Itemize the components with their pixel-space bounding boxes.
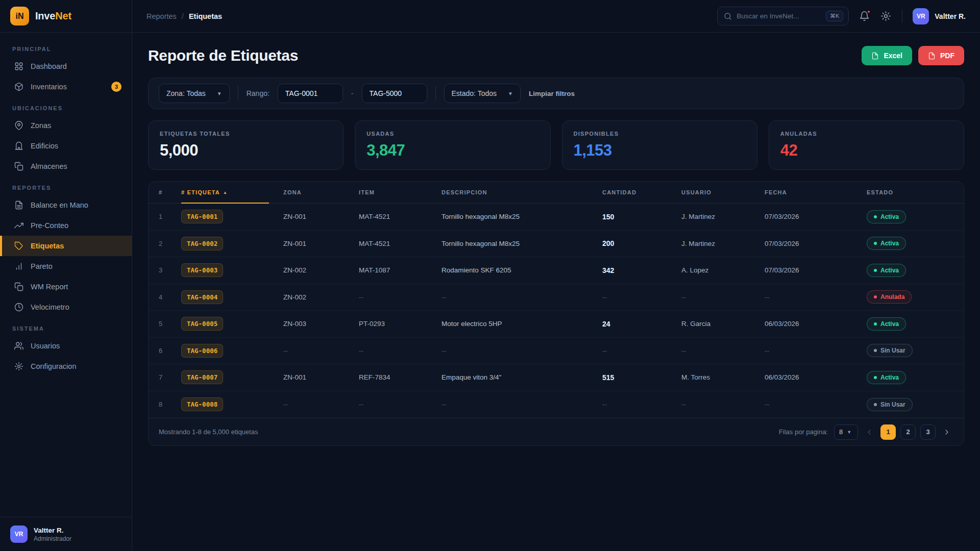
- chevron-right-icon: [943, 428, 951, 436]
- table-header-row: ## ETIQUETA▲ZONAITEMDESCRIPCIONCANTIDADU…: [149, 182, 964, 204]
- sidebar-item-dashboard[interactable]: Dashboard: [0, 56, 132, 77]
- sidebar-item-almacenes[interactable]: Almacenes: [0, 156, 132, 177]
- count-badge: 3: [111, 82, 121, 92]
- sidebar-item-configuracion[interactable]: Configuracion: [0, 356, 132, 377]
- status-dot: [874, 376, 877, 379]
- settings-button[interactable]: [880, 11, 892, 22]
- table-row[interactable]: 8TAG-0008------------Sin Usar: [149, 391, 964, 418]
- column-header-etiqueta[interactable]: # ETIQUETA▲: [181, 182, 283, 203]
- table-row[interactable]: 3TAG-0003ZN-002MAT-1087Rodamiento SKF 62…: [149, 257, 964, 284]
- search-icon: [724, 12, 732, 20]
- status-badge: Sin Usar: [867, 344, 913, 357]
- cell-descripcion: --: [442, 293, 602, 301]
- table-row[interactable]: 6TAG-0006------------Sin Usar: [149, 338, 964, 365]
- stat-label: USADAS: [366, 131, 538, 137]
- pagination-prev-button[interactable]: [863, 424, 876, 440]
- cell-zona: ZN-002: [283, 293, 359, 301]
- clear-filters-link[interactable]: Limpiar filtros: [529, 90, 575, 97]
- table-row[interactable]: 4TAG-0004ZN-002----------Anulada: [149, 284, 964, 311]
- table-row[interactable]: 7TAG-0007ZN-001REF-7834Empaque viton 3/4…: [149, 364, 964, 391]
- sidebar: iN InveNet PRINCIPALDashboardInventarios…: [0, 0, 132, 551]
- excel-export-button[interactable]: Excel: [862, 46, 912, 65]
- sidebar-item-wm-report[interactable]: WM Report: [0, 277, 132, 297]
- rango-label: Rango:: [247, 89, 270, 97]
- sort-asc-icon: ▲: [223, 190, 228, 195]
- chevron-down-icon: ▼: [217, 91, 222, 96]
- sidebar-item-balance-en-mano[interactable]: Balance en Mano: [0, 195, 132, 215]
- pdf-export-button[interactable]: PDF: [918, 46, 964, 65]
- sidebar-item-pareto[interactable]: Pareto: [0, 256, 132, 277]
- sidebar-item-usuarios[interactable]: Usuarios: [0, 336, 132, 356]
- page-button-3[interactable]: 3: [920, 424, 936, 440]
- search-input[interactable]: [737, 12, 821, 20]
- sidebar-item-label: Inventarios: [31, 83, 67, 91]
- sidebar-item-inventarios[interactable]: Inventarios3: [0, 77, 132, 97]
- sidebar-item-label: Pareto: [31, 262, 53, 270]
- breadcrumb: Reportes / Etiquetas: [146, 12, 222, 20]
- status-dot: [874, 269, 877, 272]
- rows-per-page-select[interactable]: 8 ▼: [834, 424, 858, 440]
- cell-usuario: M. Torres: [681, 373, 765, 381]
- column-label: USUARIO: [681, 189, 712, 195]
- pagination-next-button[interactable]: [940, 424, 953, 440]
- column-header-item[interactable]: ITEM: [359, 189, 442, 195]
- sidebar-user-card[interactable]: VR Valtter R. Administrador: [0, 517, 132, 551]
- layers-icon: [14, 282, 23, 291]
- zona-filter-select[interactable]: Zona: Todas ▼: [159, 84, 230, 103]
- page-button-1[interactable]: 1: [880, 424, 896, 440]
- topbar-user-menu[interactable]: VR Valtter R.: [913, 8, 966, 24]
- stat-card: USADAS3,847: [355, 120, 550, 170]
- filter-bar: Zona: Todas ▼ Rango: - Estado: Todos ▼ L…: [148, 78, 964, 109]
- button-label: Excel: [884, 52, 902, 60]
- status-badge: Activa: [867, 264, 906, 277]
- cell-usuario: --: [681, 400, 765, 408]
- cell-fecha: 07/03/2026: [765, 240, 867, 247]
- cell-item: --: [359, 400, 442, 408]
- cell-item: MAT-4521: [359, 240, 442, 247]
- avatar: VR: [10, 525, 28, 543]
- column-header-estado[interactable]: ESTADO: [867, 189, 953, 195]
- file-icon: [871, 52, 879, 60]
- estado-filter-select[interactable]: Estado: Todos ▼: [444, 84, 521, 103]
- nav-section-title: PRINCIPAL: [0, 38, 132, 56]
- column-header-zona[interactable]: ZONA: [283, 189, 359, 195]
- rango-to-input[interactable]: [362, 84, 427, 103]
- sidebar-item-pre-conteo[interactable]: Pre-Conteo: [0, 215, 132, 236]
- status-badge: Activa: [867, 237, 906, 250]
- tag-badge: TAG-0001: [181, 210, 223, 223]
- sidebar-item-etiquetas[interactable]: Etiquetas: [0, 236, 132, 256]
- cell-descripcion: Rodamiento SKF 6205: [442, 266, 602, 274]
- nav-section-title: SISTEMA: [0, 317, 132, 336]
- chevron-down-icon: ▼: [847, 430, 851, 435]
- column-header-descripcion[interactable]: DESCRIPCION: [442, 189, 602, 195]
- filter-divider: [435, 86, 436, 101]
- brand: iN InveNet: [0, 0, 132, 33]
- global-search[interactable]: ⌘K: [717, 7, 849, 26]
- notification-dot: [867, 10, 871, 14]
- column-header-cantidad[interactable]: CANTIDAD: [602, 189, 681, 195]
- page-button-2[interactable]: 2: [900, 424, 916, 440]
- table-row[interactable]: 5TAG-0005ZN-003PT-0293Motor electrico 5H…: [149, 311, 964, 338]
- table-footer: Mostrando 1-8 de 5,000 etiquetas Filas p…: [149, 418, 964, 445]
- rango-from-input[interactable]: [278, 84, 343, 103]
- sidebar-item-zonas[interactable]: Zonas: [0, 115, 132, 136]
- notifications-button[interactable]: [859, 11, 870, 22]
- column-header-usuario[interactable]: USUARIO: [681, 189, 765, 195]
- cell-cantidad: --: [602, 400, 681, 408]
- sidebar-item-edificios[interactable]: Edificios: [0, 136, 132, 156]
- breadcrumb-parent[interactable]: Reportes: [146, 12, 177, 20]
- row-number: 1: [159, 213, 181, 220]
- table-body: 1TAG-0001ZN-001MAT-4521Tornillo hexagona…: [149, 204, 964, 418]
- status-badge: Anulada: [867, 290, 912, 304]
- column-header-fecha[interactable]: FECHA: [765, 189, 867, 195]
- brand-logo: iN: [10, 7, 29, 26]
- sidebar-item-velocimetro[interactable]: Velocimetro: [0, 297, 132, 317]
- column-header-[interactable]: #: [159, 189, 181, 195]
- table-row[interactable]: 2TAG-0002ZN-001MAT-4521Tornillo hexagona…: [149, 231, 964, 258]
- table-row[interactable]: 1TAG-0001ZN-001MAT-4521Tornillo hexagona…: [149, 204, 964, 231]
- tag-badge: TAG-0008: [181, 397, 223, 411]
- cell-item: PT-0293: [359, 320, 442, 328]
- file-text-icon: [14, 201, 23, 210]
- column-label: DESCRIPCION: [442, 189, 487, 195]
- cell-cantidad: 150: [602, 213, 681, 221]
